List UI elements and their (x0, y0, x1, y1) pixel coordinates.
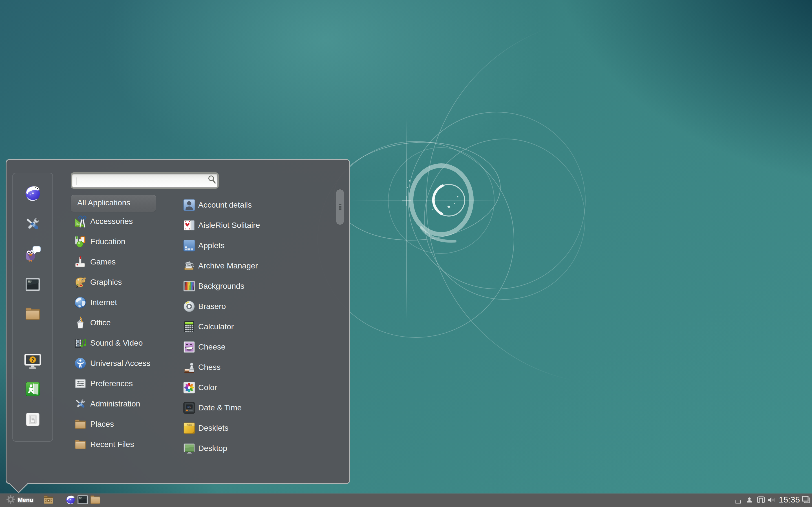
svg-text:Notes: Notes (186, 424, 192, 426)
svg-text:?: ? (31, 357, 34, 363)
svg-text:81: 81 (188, 406, 191, 409)
